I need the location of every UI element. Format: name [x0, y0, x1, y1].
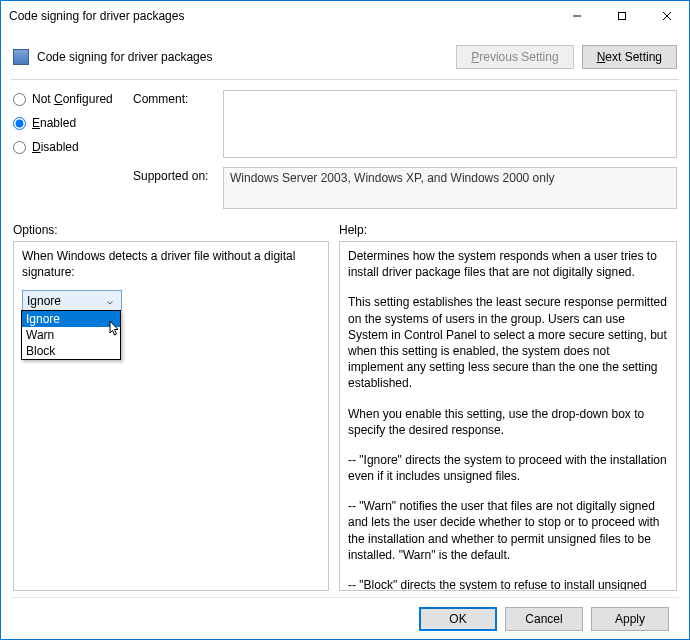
content-area: Code signing for driver packages Previou… — [1, 31, 689, 639]
policy-state-radios: Not Configured Enabled Disabled — [13, 90, 133, 154]
apply-button[interactable]: Apply — [591, 607, 669, 631]
radio-disabled-input[interactable] — [13, 141, 26, 154]
panels-row: When Windows detects a driver file witho… — [11, 241, 679, 591]
supported-on-text: Windows Server 2003, Windows XP, and Win… — [223, 167, 677, 209]
ok-button[interactable]: OK — [419, 607, 497, 631]
signature-action-combo-wrap: Ignore ⌵ Ignore Warn Block — [22, 290, 122, 311]
previous-setting-rest: revious Setting — [479, 50, 558, 64]
header-buttons: Previous Setting Next Setting — [456, 45, 677, 69]
help-panel[interactable]: Determines how the system responds when … — [339, 241, 677, 591]
titlebar: Code signing for driver packages — [1, 1, 689, 31]
policy-header: Code signing for driver packages Previou… — [11, 41, 679, 75]
options-label: Options: — [13, 223, 339, 237]
section-labels: Options: Help: — [11, 213, 679, 241]
signature-action-combo[interactable]: Ignore ⌵ — [22, 290, 122, 311]
policy-editor-window: Code signing for driver packages Code si… — [0, 0, 690, 640]
comment-field[interactable] — [223, 90, 677, 158]
next-setting-rest: ext Setting — [605, 50, 662, 64]
settings-grid: Not Configured Enabled Disabled Comment:… — [11, 88, 679, 213]
dropdown-option-ignore[interactable]: Ignore — [22, 311, 120, 327]
help-paragraph: When you enable this setting, use the dr… — [348, 406, 668, 438]
close-button[interactable] — [644, 1, 689, 31]
cancel-button[interactable]: Cancel — [505, 607, 583, 631]
radio-not-configured[interactable]: Not Configured — [13, 92, 133, 106]
radio-disabled[interactable]: Disabled — [13, 140, 133, 154]
supported-on-label: Supported on: — [133, 167, 223, 183]
previous-setting-button: Previous Setting — [456, 45, 573, 69]
comment-label: Comment: — [133, 90, 223, 106]
options-prompt: When Windows detects a driver file witho… — [22, 248, 320, 280]
policy-icon — [13, 49, 29, 65]
radio-not-configured-input[interactable] — [13, 93, 26, 106]
maximize-icon — [617, 11, 627, 21]
help-paragraph: -- "Block" directs the system to refuse … — [348, 577, 668, 591]
minimize-icon — [572, 11, 582, 21]
options-panel: When Windows detects a driver file witho… — [13, 241, 329, 591]
help-label: Help: — [339, 223, 677, 237]
close-icon — [662, 11, 672, 21]
signature-action-dropdown: Ignore Warn Block — [21, 310, 121, 360]
svg-rect-1 — [618, 12, 625, 19]
help-paragraph: Determines how the system responds when … — [348, 248, 668, 280]
help-paragraph: -- "Ignore" directs the system to procee… — [348, 452, 668, 484]
help-paragraph: This setting establishes the least secur… — [348, 294, 668, 391]
policy-title: Code signing for driver packages — [37, 50, 212, 64]
radio-enabled-input[interactable] — [13, 117, 26, 130]
help-paragraph: -- "Warn" notifies the user that files a… — [348, 498, 668, 563]
dropdown-option-block[interactable]: Block — [22, 343, 120, 359]
radio-enabled[interactable]: Enabled — [13, 116, 133, 130]
chevron-down-icon: ⌵ — [103, 295, 117, 306]
maximize-button[interactable] — [599, 1, 644, 31]
dropdown-option-warn[interactable]: Warn — [22, 327, 120, 343]
signature-action-value: Ignore — [27, 294, 103, 308]
divider — [11, 79, 679, 80]
minimize-button[interactable] — [554, 1, 599, 31]
next-setting-button[interactable]: Next Setting — [582, 45, 677, 69]
dialog-footer: OK Cancel Apply — [11, 597, 679, 639]
window-title: Code signing for driver packages — [9, 9, 554, 23]
window-controls — [554, 1, 689, 31]
